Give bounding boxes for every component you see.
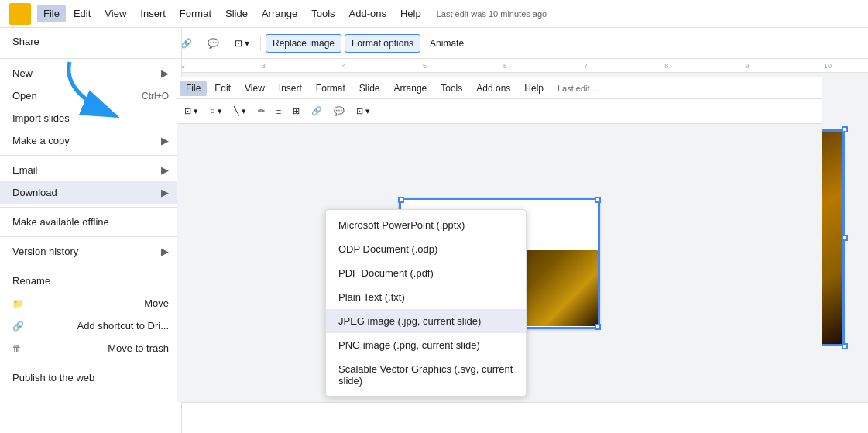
dl-pptx[interactable]: Microsoft PowerPoint (.pptx) (326, 213, 526, 237)
speaker-notes[interactable]: + Add speaker notes (62, 402, 868, 433)
crop-btn[interactable]: ⊡ ▾ (228, 35, 256, 52)
inner-menu-slide[interactable]: Slide (353, 81, 386, 96)
top-menubar: File Edit View Insert Format Slide Arran… (0, 0, 868, 28)
handle-tl[interactable] (398, 197, 404, 203)
inner-menu-tools[interactable]: Tools (434, 81, 468, 96)
menu-open-item[interactable]: Open Ctrl+O (0, 84, 181, 107)
menu-file[interactable]: File (37, 5, 66, 22)
title-area: Last edit was 10 minutes ago (427, 9, 862, 19)
menu-add-shortcut[interactable]: 🔗Add shortcut to Dri... (0, 314, 181, 337)
animate-btn[interactable]: Animate (424, 35, 470, 52)
menu-share[interactable]: Share (0, 28, 181, 55)
replace-image-btn[interactable]: Replace image (266, 34, 341, 53)
menu-move[interactable]: 📁Move (0, 292, 181, 314)
menu-tools[interactable]: Tools (305, 5, 341, 22)
ruler: 1 2 3 4 5 6 7 8 9 10 (62, 59, 868, 73)
app-logo (6, 0, 34, 28)
inner-img-btn[interactable]: ⊡ ▾ (180, 104, 203, 119)
inner-menu-insert[interactable]: Insert (273, 81, 308, 96)
dl-jpg[interactable]: JPEG image (.jpg, current slide) (326, 309, 526, 333)
menu-help[interactable]: Help (394, 5, 427, 22)
menu-rename[interactable]: Rename (0, 270, 181, 292)
inner-menu-addons[interactable]: Add ons (470, 81, 516, 96)
menu-slide[interactable]: Slide (219, 5, 254, 22)
inner-last-edit: Last edit ... (551, 81, 606, 95)
menu-arrange[interactable]: Arrange (256, 5, 304, 22)
menu-publish-web[interactable]: Publish to the web (0, 366, 181, 389)
menu-email[interactable]: Email ▶ (0, 159, 181, 181)
dl-png[interactable]: PNG image (.png, current slide) (326, 333, 526, 357)
menu-make-copy[interactable]: Make a copy ▶ (0, 129, 181, 152)
menu-edit[interactable]: Edit (67, 5, 97, 22)
handle-tr-main[interactable] (842, 126, 848, 132)
inner-grid-btn[interactable]: ⊞ (288, 104, 304, 119)
inner-link-btn[interactable]: 🔗 (307, 104, 327, 119)
menu-make-available[interactable]: Make available offline (0, 211, 181, 233)
menu-insert[interactable]: Insert (134, 5, 172, 22)
inner-line-btn[interactable]: ╲ ▾ (229, 104, 251, 119)
inner-pen-btn[interactable]: ✏ (253, 104, 269, 119)
separator4 (0, 236, 181, 237)
inner-menu-help[interactable]: Help (518, 81, 550, 96)
menu-move-trash[interactable]: 🗑Move to trash (0, 337, 181, 359)
handle-br[interactable] (595, 324, 601, 330)
menu-items: File Edit View Insert Format Slide Arran… (37, 5, 427, 22)
dl-odp[interactable]: ODP Document (.odp) (326, 237, 526, 261)
handle-br-main[interactable] (842, 343, 848, 349)
dl-pdf[interactable]: PDF Document (.pdf) (326, 261, 526, 285)
handle-tr[interactable] (595, 197, 601, 203)
separator6 (0, 363, 181, 363)
menu-new[interactable]: New ▶ (0, 62, 181, 84)
last-edit: Last edit was 10 minutes ago (437, 9, 862, 19)
comment-btn[interactable]: 💬 (201, 35, 225, 52)
inner-menu-view[interactable]: View (238, 81, 271, 96)
left-panel: Share New ▶ Open Ctrl+O Import slides Ma… (0, 28, 182, 433)
format-options-btn[interactable]: Format options (345, 34, 420, 53)
inner-menu-file[interactable]: File (180, 81, 207, 96)
menu-addons[interactable]: Add-ons (343, 5, 393, 22)
menu-import-slides[interactable]: Import slides (0, 107, 181, 129)
separator (0, 58, 181, 59)
inner-comment-btn[interactable]: 💬 (329, 104, 349, 119)
menu-view[interactable]: View (98, 5, 132, 22)
logo-icon (9, 3, 31, 25)
inner-menu-arrange[interactable]: Arrange (388, 81, 434, 96)
separator3 (0, 207, 181, 208)
inner-shape-btn[interactable]: ○ ▾ (205, 104, 227, 119)
menu-version-history[interactable]: Version history ▶ (0, 240, 181, 263)
separator2 (0, 155, 181, 156)
dl-txt[interactable]: Plain Text (.txt) (326, 285, 526, 309)
dl-svg[interactable]: Scalable Vector Graphics (.svg, current … (326, 357, 526, 393)
handle-r2[interactable] (842, 235, 848, 241)
inner-toolbar: ⊡ ▾ ○ ▾ ╲ ▾ ✏ ≡ ⊞ 🔗 💬 ⊡ ▾ (177, 99, 822, 124)
inner-align-btn[interactable]: ≡ (272, 105, 286, 119)
separator5 (0, 266, 181, 266)
menu-download[interactable]: Download ▶ (0, 181, 181, 204)
inner-menu-edit[interactable]: Edit (208, 81, 237, 96)
inner-menu-format[interactable]: Format (310, 81, 352, 96)
inner-crop-btn[interactable]: ⊡ ▾ (352, 104, 375, 119)
divider-2 (260, 36, 261, 51)
download-submenu: Microsoft PowerPoint (.pptx) ODP Documen… (325, 209, 527, 397)
menu-format[interactable]: Format (173, 5, 218, 22)
inner-menubar: File Edit View Insert Format Slide Arran… (177, 77, 822, 99)
